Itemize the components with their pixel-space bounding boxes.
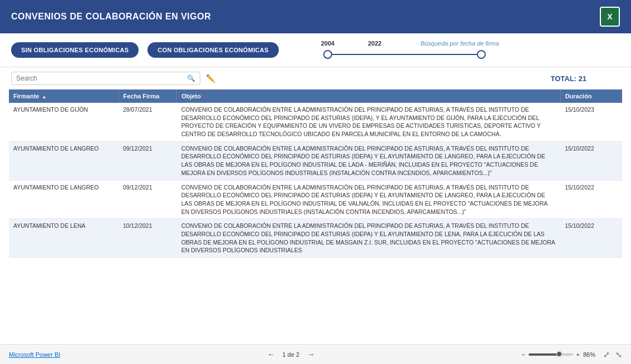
zoom-plus-icon[interactable]: + xyxy=(576,351,580,358)
date-end-label: 2022 xyxy=(368,40,381,47)
table-row: AYUNTAMIENTO DE GIJÓN28/07/2021CONVENIO … xyxy=(9,103,622,141)
zoom-filled xyxy=(529,353,558,356)
cell-firmante: AYUNTAMIENTO DE GIJÓN xyxy=(9,103,119,141)
date-search-label: Búsqueda por fecha de firma xyxy=(421,40,499,47)
cell-duracion: 15/10/2022 xyxy=(560,180,622,219)
col-header-duracion[interactable]: Duración xyxy=(560,89,622,103)
bottom-bar: Microsoft Power BI ← 1 de 2 → − + 86% ⤢ … xyxy=(0,344,631,364)
prev-page-button[interactable]: ← xyxy=(265,349,277,360)
zoom-slider[interactable] xyxy=(529,353,573,356)
data-table-container: Firmante ▲ Fecha Firma Objeto Duración A… xyxy=(0,87,631,344)
table-row: AYUNTAMIENTO DE LENA10/12/2021CONVENIO D… xyxy=(9,219,622,258)
search-input[interactable] xyxy=(16,74,187,82)
zoom-percent: 86% xyxy=(583,351,600,358)
date-slider-track[interactable] xyxy=(321,49,488,60)
sin-obligaciones-button[interactable]: SIN OBLIGACIONES ECONÓMICAS xyxy=(11,42,139,58)
sort-arrow-firmante: ▲ xyxy=(42,94,47,99)
cell-objeto: CONVENIO DE COLABORACIÓN ENTRE LA ADMINI… xyxy=(177,103,561,141)
cell-fecha: 09/12/2021 xyxy=(119,180,177,219)
cell-objeto: CONVENIO DE COLABORACIÓN ENTRE LA ADMINI… xyxy=(177,141,561,180)
pagination-controls: ← 1 de 2 → xyxy=(265,349,317,360)
data-table: Firmante ▲ Fecha Firma Objeto Duración A… xyxy=(9,89,622,258)
controls-row: SIN OBLIGACIONES ECONÓMICAS CON OBLIGACI… xyxy=(0,33,631,67)
search-box-container: 🔍 xyxy=(11,72,200,85)
expand-button[interactable]: ⤡ xyxy=(615,350,622,359)
fullscreen-exit-button[interactable]: ⤢ xyxy=(603,350,610,359)
slider-thumb-right[interactable] xyxy=(477,50,486,59)
cell-duracion: 15/10/2022 xyxy=(560,219,622,258)
date-labels: 2004 2022 Búsqueda por fecha de firma xyxy=(321,40,499,47)
next-page-button[interactable]: → xyxy=(305,349,317,360)
col-header-firmante[interactable]: Firmante ▲ xyxy=(9,89,119,103)
page-info: 1 de 2 xyxy=(282,351,299,358)
search-row: 🔍 ✏️ TOTAL: 21 xyxy=(0,67,631,87)
cell-firmante: AYUNTAMIENTO DE LENA xyxy=(9,219,119,258)
col-header-fecha[interactable]: Fecha Firma xyxy=(119,89,177,103)
zoom-control: − + 86% ⤢ ⤡ xyxy=(521,350,622,359)
cell-fecha: 10/12/2021 xyxy=(119,219,177,258)
cell-duracion: 15/10/2023 xyxy=(560,103,622,141)
slider-line xyxy=(327,54,482,55)
zoom-minus-icon[interactable]: − xyxy=(521,351,525,358)
zoom-thumb[interactable] xyxy=(556,351,562,357)
slider-thumb-left[interactable] xyxy=(323,50,332,59)
date-start-label: 2004 xyxy=(321,40,334,47)
total-label: TOTAL: 21 xyxy=(550,74,586,83)
search-button[interactable]: 🔍 xyxy=(187,74,195,82)
bottom-icons: ⤢ ⤡ xyxy=(603,350,622,359)
con-obligaciones-button[interactable]: CON OBLIGACIONES ECONÓMICAS xyxy=(147,42,278,58)
cell-firmante: AYUNTAMIENTO DE LANGREO xyxy=(9,180,119,219)
excel-icon-label: X xyxy=(607,12,612,21)
cell-firmante: AYUNTAMIENTO DE LANGREO xyxy=(9,141,119,180)
powerbi-link[interactable]: Microsoft Power BI xyxy=(9,351,60,358)
excel-export-button[interactable]: X xyxy=(600,7,620,27)
table-row: AYUNTAMIENTO DE LANGREO09/12/2021CONVENI… xyxy=(9,180,622,219)
cell-fecha: 09/12/2021 xyxy=(119,141,177,180)
table-row: AYUNTAMIENTO DE LANGREO09/12/2021CONVENI… xyxy=(9,141,622,180)
date-range-section: 2004 2022 Búsqueda por fecha de firma xyxy=(321,40,499,60)
table-header-row: Firmante ▲ Fecha Firma Objeto Duración xyxy=(9,89,622,103)
col-header-objeto[interactable]: Objeto xyxy=(177,89,561,103)
cell-objeto: CONVENIO DE COLABORACIÓN ENTRE LA ADMINI… xyxy=(177,219,561,258)
page-title: CONVENIOS DE COLABORACIÓN EN VIGOR xyxy=(11,12,211,22)
cell-objeto: CONVENIO DE COLABORACIÓN ENTRE LA ADMINI… xyxy=(177,180,561,219)
cell-duracion: 15/10/2022 xyxy=(560,141,622,180)
app-header: CONVENIOS DE COLABORACIÓN EN VIGOR X xyxy=(0,0,631,33)
cell-fecha: 28/07/2021 xyxy=(119,103,177,141)
edit-icon[interactable]: ✏️ xyxy=(206,74,215,83)
